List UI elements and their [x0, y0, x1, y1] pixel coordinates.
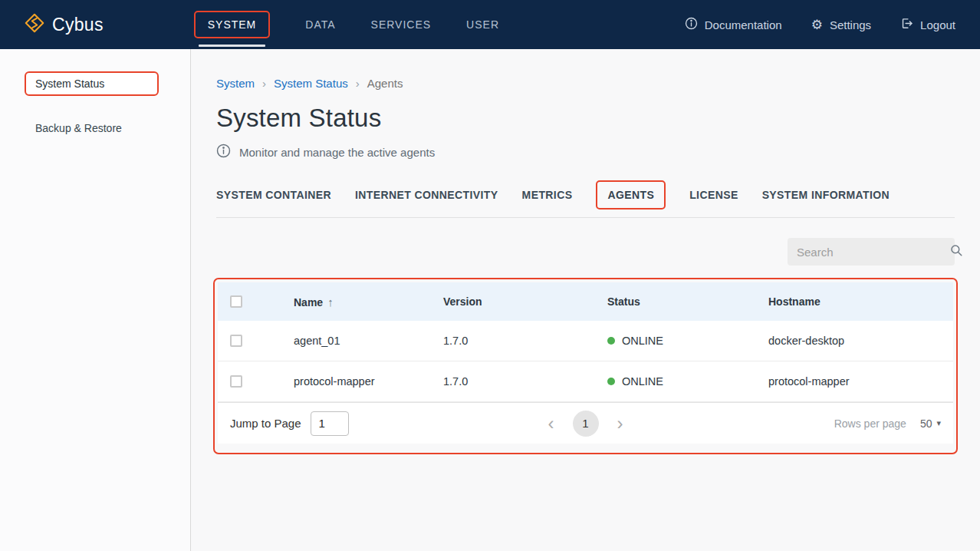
- logout-icon: [900, 17, 913, 32]
- rows-per-page-select[interactable]: Rows per page 50 ▾: [623, 417, 942, 430]
- search-box: [788, 238, 955, 266]
- documentation-label: Documentation: [705, 18, 782, 31]
- cell-status: ONLINE: [607, 335, 768, 347]
- cell-name: protocol-mapper: [294, 375, 443, 388]
- status-online-dot: [607, 337, 615, 345]
- status-badge: ONLINE: [622, 335, 663, 347]
- search-input[interactable]: [797, 246, 949, 259]
- column-header-version: Version: [443, 295, 607, 308]
- documentation-link[interactable]: Documentation: [685, 17, 782, 32]
- page-title: System Status: [216, 104, 955, 133]
- jump-to-page: Jump to Page: [230, 411, 548, 436]
- column-header-name[interactable]: Name↑: [294, 295, 443, 308]
- info-icon: [216, 144, 231, 160]
- top-navbar: Cybus SYSTEM DATA SERVICES USER Doc: [0, 0, 980, 49]
- tab-metrics[interactable]: METRICS: [522, 189, 573, 201]
- nav-item-system[interactable]: SYSTEM: [194, 11, 271, 38]
- pager: ‹ 1 ›: [548, 411, 623, 437]
- status-online-dot: [607, 378, 615, 385]
- gear-icon: ⚙: [811, 18, 823, 31]
- tab-system-container[interactable]: SYSTEM CONTAINER: [216, 189, 331, 201]
- sidebar-item-system-status[interactable]: System Status: [25, 71, 159, 96]
- table-row[interactable]: agent_01 1.7.0 ONLINE docker-desktop: [218, 321, 953, 361]
- breadcrumb-separator-icon: ›: [356, 77, 360, 90]
- sort-asc-icon: ↑: [327, 295, 334, 308]
- jump-to-page-input[interactable]: [311, 411, 349, 436]
- status-badge: ONLINE: [622, 375, 663, 388]
- cybus-logo-icon: [25, 13, 44, 36]
- table-header-row: Name↑ Version Status Hostname: [218, 282, 953, 321]
- tab-bar: SYSTEM CONTAINER INTERNET CONNECTIVITY M…: [216, 180, 955, 210]
- table-footer: Jump to Page ‹ 1 › Rows per page 50 ▾: [218, 402, 953, 444]
- app-window: Cybus SYSTEM DATA SERVICES USER Doc: [0, 0, 980, 551]
- brand-logo[interactable]: Cybus: [25, 13, 104, 36]
- rows-per-page-value: 50: [920, 417, 932, 430]
- main-content: System › System Status › Agents System S…: [191, 49, 980, 551]
- nav-item-user[interactable]: USER: [466, 18, 499, 31]
- row-checkbox[interactable]: [230, 335, 242, 347]
- previous-page-icon[interactable]: ‹: [548, 414, 554, 433]
- breadcrumb-separator-icon: ›: [262, 77, 266, 90]
- column-header-status: Status: [607, 295, 768, 308]
- cell-version: 1.7.0: [443, 335, 607, 347]
- select-all-checkbox[interactable]: [230, 295, 242, 308]
- cell-version: 1.7.0: [443, 375, 607, 388]
- column-header-hostname: Hostname: [768, 295, 953, 308]
- settings-label: Settings: [830, 18, 871, 31]
- logout-label: Logout: [920, 18, 955, 31]
- tab-license[interactable]: LICENSE: [689, 189, 738, 201]
- breadcrumb: System › System Status › Agents: [216, 77, 955, 90]
- tab-divider: [216, 217, 955, 218]
- tab-internet-connectivity[interactable]: INTERNET CONNECTIVITY: [355, 189, 498, 201]
- logout-link[interactable]: Logout: [900, 17, 955, 32]
- search-icon[interactable]: [949, 243, 963, 260]
- row-checkbox-cell: [218, 335, 294, 347]
- active-nav-underline: [199, 45, 266, 47]
- current-page-button[interactable]: 1: [573, 411, 599, 437]
- cell-status: ONLINE: [607, 375, 768, 388]
- nav-item-system-label: SYSTEM: [208, 18, 257, 31]
- row-checkbox[interactable]: [230, 375, 242, 388]
- nav-item-data[interactable]: DATA: [305, 18, 335, 31]
- brand-name: Cybus: [52, 15, 104, 35]
- settings-link[interactable]: ⚙ Settings: [811, 18, 871, 31]
- page-subtitle: Monitor and manage the active agents: [239, 146, 435, 159]
- breadcrumb-agents: Agents: [367, 77, 403, 90]
- row-checkbox-cell: [218, 375, 294, 388]
- tab-system-information[interactable]: SYSTEM INFORMATION: [762, 189, 890, 201]
- sidebar-item-backup-restore[interactable]: Backup & Restore: [0, 122, 190, 134]
- next-page-icon[interactable]: ›: [617, 414, 623, 433]
- cell-name: agent_01: [294, 335, 443, 347]
- cell-hostname: docker-desktop: [768, 335, 953, 347]
- primary-nav: SYSTEM DATA SERVICES USER: [194, 11, 499, 38]
- cell-hostname: protocol-mapper: [768, 375, 953, 388]
- navbar-utilities: Documentation ⚙ Settings Logout: [685, 17, 955, 32]
- tab-agents[interactable]: AGENTS: [596, 180, 666, 210]
- agents-table: Name↑ Version Status Hostname agent_01 1…: [213, 278, 958, 454]
- sidebar: System Status Backup & Restore: [0, 49, 191, 551]
- caret-down-icon: ▾: [936, 418, 941, 428]
- page-subtitle-row: Monitor and manage the active agents: [216, 144, 955, 160]
- breadcrumb-system-status[interactable]: System Status: [274, 77, 348, 90]
- info-icon: [685, 17, 698, 32]
- nav-item-services[interactable]: SERVICES: [371, 18, 432, 31]
- jump-to-page-label: Jump to Page: [230, 417, 301, 430]
- breadcrumb-system[interactable]: System: [216, 77, 255, 90]
- column-header-name-label: Name: [294, 296, 323, 308]
- search-row: [216, 238, 955, 266]
- table-row[interactable]: protocol-mapper 1.7.0 ONLINE protocol-ma…: [218, 361, 953, 402]
- header-checkbox-cell: [218, 295, 294, 308]
- rows-per-page-label: Rows per page: [834, 417, 906, 430]
